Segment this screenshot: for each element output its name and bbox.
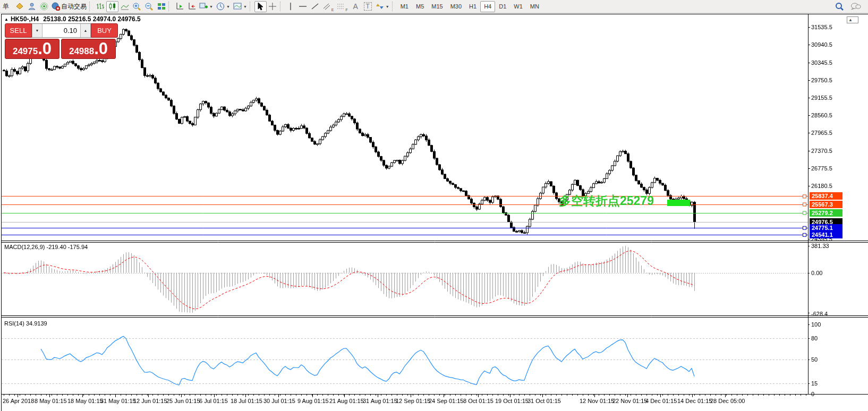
vertical-line-button[interactable] [285,1,297,12]
timeframe-mn-button[interactable]: MN [526,1,543,12]
chart-line-button[interactable] [118,1,131,12]
sell-button[interactable]: SELL [5,23,32,38]
volume-decrease-button[interactable]: ▼ [32,24,42,37]
horizontal-line-button[interactable] [297,1,309,12]
crosshair-button[interactable] [267,1,279,12]
time-axis-label: 12 Jun 01:15 [133,398,167,404]
chevron-down-icon: ▼ [386,5,389,8]
price-tick-label: 26775.5 [811,165,832,172]
price-tick-label: 29155.5 [811,95,832,101]
chevron-down-icon: ▼ [209,5,213,8]
chevron-down-icon: ▼ [243,5,247,8]
time-axis-label: 12 Nov 01:15 [580,398,614,404]
buy-button[interactable]: BUY [91,23,118,38]
chevron-down-icon: ▼ [226,5,230,8]
channel-sub-label: E [331,8,334,12]
time-axis-label: 31 Oct 01:15 [527,398,561,404]
time-axis-label: 18 May 01:15 [67,398,103,404]
toolbar-separator [280,2,283,11]
ohlc-values: 25138.0 25216.5 24974.0 24976.5 [43,15,141,23]
timeframe-w1-button[interactable]: W1 [510,1,526,12]
scroll-marker-box[interactable]: ▲ [847,16,858,23]
search-icon [835,2,844,11]
time-axis-label: 14 Dec 01:15 [677,398,712,404]
price-level-label[interactable]: 25279.2 [810,209,843,217]
price-level-label[interactable]: 25567.3 [810,201,843,208]
chart-candles-button[interactable] [106,1,118,12]
line-chart-icon [121,2,129,11]
price-level-label[interactable]: 24775.1 [810,224,843,232]
signals-button[interactable] [38,1,50,12]
candlestick-icon [108,2,117,11]
equidistant-channel-button[interactable]: E [321,1,336,12]
price-level-label[interactable]: 25837.4 [810,192,843,200]
chart-window: ▲HK50-,H425138.0 25216.5 24974.0 24976.5… [1,14,868,411]
price-tick-label: 29750.5 [811,77,832,83]
toolbar-separator [392,2,395,11]
fibonacci-button[interactable]: F [335,1,349,12]
timeframe-m30-button[interactable]: M30 [447,1,465,12]
cursor-button[interactable] [254,1,267,12]
mql5-community-button[interactable] [25,1,38,12]
fibo-sub-label: F [345,8,347,12]
toolbar-right [833,1,867,12]
toolbar-separator [168,2,171,11]
price-tick-label: 28560.5 [811,112,832,118]
signal-icon [40,2,48,11]
tile-windows-button[interactable] [155,1,167,12]
zoom-out-button[interactable] [143,1,155,12]
buy-price-box[interactable]: 24988.0 [61,39,116,59]
zoom-out-icon [144,2,154,11]
chart-canvas[interactable] [2,14,868,411]
label-tool-button[interactable]: T [362,1,374,12]
zoom-in-button[interactable] [131,1,143,12]
timeframe-d1-button[interactable]: D1 [495,1,510,12]
macd-indicator-label: MACD(12,26,9) -219.40 -175.94 [4,244,88,250]
time-axis-label: 31 Aug 01:15 [363,398,397,404]
chat-button[interactable] [849,1,863,12]
time-axis-label: 21 Aug 01:15 [329,398,364,404]
buy-price-fraction: .0 [94,39,108,58]
clock-icon [216,2,225,11]
symbol-period-label: HK50-,H4 [11,15,39,23]
autotrading-button[interactable]: 自动交易 [50,1,88,12]
trendline-icon [311,2,319,11]
timeframe-h4-button[interactable]: H4 [480,1,495,12]
template-icon [233,2,242,11]
price-level-label[interactable]: 24541.1 [810,231,843,238]
time-axis-label: 26 Apr 2018 [3,398,34,404]
chart-shift-button[interactable] [185,1,198,12]
new-order-button[interactable]: 单 [1,1,13,12]
timeframe-m15-button[interactable]: M15 [428,1,446,12]
sell-price-main: 24975 [13,42,38,61]
rsi-axis-label: 80 [811,335,818,341]
auto-scroll-icon [175,2,184,11]
collapse-trade-panel-icon[interactable]: ▲ [4,17,8,22]
macd-axis-label: 0.00 [811,270,822,276]
text-tool-button[interactable]: A [350,1,362,12]
periods-button[interactable]: ▼ [215,1,232,12]
pivot-annotation-text[interactable]: 多空转折点25279 [559,193,654,209]
zoom-in-icon [132,2,141,11]
auto-scroll-button[interactable] [173,1,185,12]
one-click-trade-panel: SELL ▼ 0.10 ▲ BUY 24975.0 24988.0 [5,23,118,59]
templates-button[interactable]: ▼ [232,1,249,12]
toolbar: 单 自动交易 ▼ ▼ ▼ [0,0,868,13]
new-chart-button[interactable]: ▼ [198,1,215,12]
price-tick-label: 27370.5 [811,148,832,154]
time-axis-label: 9 Aug 01:15 [297,398,329,404]
timeframe-m5-button[interactable]: M5 [412,1,428,12]
time-axis-label: 28 Dec 05:00 [710,398,745,404]
shapes-button[interactable]: ▼ [374,1,391,12]
timeframe-m1-button[interactable]: M1 [397,1,412,12]
trendline-button[interactable] [309,1,321,12]
search-button[interactable] [833,1,846,12]
timeframe-h1-button[interactable]: H1 [465,1,480,12]
volume-increase-button[interactable]: ▲ [80,24,91,37]
crosshair-icon [268,2,277,11]
volume-field[interactable]: 0.10 [42,24,80,37]
macd-axis-label: 381.33 [811,243,829,249]
chart-bars-button[interactable] [94,1,106,12]
market-watch-button[interactable] [13,1,25,12]
sell-price-box[interactable]: 24975.0 [5,39,59,59]
